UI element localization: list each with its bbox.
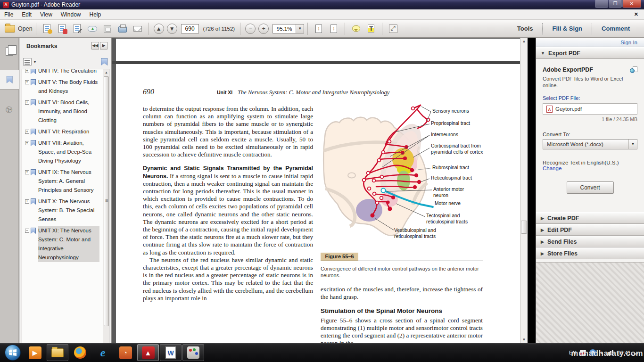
bookmark-item[interactable]: −UNIT XI: The Nervous System: C. Motor a… bbox=[24, 226, 99, 262]
collapse-panel-button[interactable]: ◀◀ bbox=[91, 42, 99, 49]
bookmark-item[interactable]: +UNIT VI: Blood Cells, Immunity, and Blo… bbox=[24, 98, 99, 125]
bookmark-label: UNIT XI: The Nervous System: C. Motor an… bbox=[38, 226, 99, 262]
page-down-button[interactable]: ▼ bbox=[167, 24, 177, 34]
scroll-down-icon[interactable]: ▼ bbox=[520, 336, 528, 343]
selected-file-box[interactable]: A Guyton.pdf bbox=[543, 103, 637, 115]
expand-icon[interactable]: + bbox=[25, 100, 29, 105]
taskbar-firefox[interactable] bbox=[69, 344, 91, 361]
fit-page-icon bbox=[330, 25, 337, 33]
online-service-icon bbox=[630, 66, 637, 73]
bookmarks-scrollbar[interactable]: ▲ ▼ bbox=[103, 69, 109, 362]
chevron-right-icon: ▶ bbox=[541, 216, 544, 221]
fullscreen-button[interactable] bbox=[388, 23, 399, 34]
highlight-button[interactable]: T bbox=[365, 23, 377, 34]
taskbar-adobe-reader[interactable]: ▲ bbox=[137, 344, 159, 361]
zoom-dropdown-icon[interactable]: ▼ bbox=[296, 25, 304, 33]
minimize-button[interactable]: — bbox=[595, 0, 608, 8]
zoom-in-button[interactable]: + bbox=[258, 24, 269, 34]
zoom-out-button[interactable]: − bbox=[245, 24, 256, 34]
tab-fill-sign[interactable]: Fill & Sign bbox=[542, 23, 592, 34]
cloud-upload-button[interactable] bbox=[87, 23, 98, 34]
taskbar-windows-explorer[interactable] bbox=[47, 344, 68, 361]
expand-icon[interactable]: + bbox=[25, 170, 29, 174]
bookmark-item[interactable]: +UNIT IX: The Nervous System: A. General… bbox=[24, 168, 99, 195]
page-number-input[interactable] bbox=[181, 24, 199, 33]
bookmarks-panel-button[interactable] bbox=[0, 70, 19, 90]
bookmarks-scroll-thumb[interactable] bbox=[104, 76, 109, 326]
panel-menu-button[interactable]: ▶ bbox=[100, 42, 107, 49]
print-button[interactable] bbox=[117, 23, 128, 34]
comment-bubble-button[interactable] bbox=[350, 23, 362, 34]
section-store-files[interactable]: ▶Store Files bbox=[536, 247, 644, 259]
restore-button[interactable]: ❐ bbox=[609, 0, 622, 8]
zoom-level-value[interactable]: 95.1% bbox=[273, 25, 296, 33]
right-text-column: excitation of the muscles and, therefore… bbox=[321, 286, 483, 343]
document-pane[interactable]: 690 Unit XI The Nervous System: C. Motor… bbox=[112, 38, 528, 343]
export-page-button[interactable] bbox=[41, 23, 53, 34]
taskbar-internet-explorer[interactable]: e bbox=[92, 344, 114, 361]
scroll-up-icon[interactable]: ▲ bbox=[103, 69, 109, 75]
menu-bar: File Edit View Window Help ✕ bbox=[0, 9, 644, 20]
menu-help[interactable]: Help bbox=[85, 10, 106, 19]
scroll-mode-button[interactable] bbox=[313, 23, 324, 34]
expand-icon[interactable]: + bbox=[25, 130, 29, 134]
section-create-pdf[interactable]: ▶Create PDF bbox=[536, 212, 644, 224]
scroll-up-icon[interactable]: ▲ bbox=[520, 38, 528, 45]
attachments-button[interactable]: ✇ bbox=[0, 100, 19, 120]
menu-window[interactable]: Window bbox=[57, 10, 85, 19]
internet-explorer-icon: e bbox=[100, 346, 106, 359]
bookmark-label: UNIT IX: The Nervous System: A. General … bbox=[38, 168, 99, 195]
new-bookmark-icon[interactable] bbox=[101, 58, 107, 66]
fit-page-button[interactable] bbox=[328, 23, 339, 34]
bookmark-options-icon[interactable] bbox=[23, 58, 32, 66]
bookmark-item[interactable]: +UNIT IV: The Circulation bbox=[24, 69, 99, 75]
bookmark-item[interactable]: +UNIT X: The Nervous System: B. The Spec… bbox=[24, 197, 99, 224]
expand-icon[interactable]: + bbox=[25, 141, 29, 145]
collapse-icon[interactable]: − bbox=[25, 229, 29, 233]
email-button[interactable] bbox=[132, 23, 143, 34]
export-pdf-header[interactable]: ▼ Export PDF bbox=[536, 47, 644, 59]
menubar-close-icon[interactable]: ✕ bbox=[634, 11, 638, 17]
convert-button[interactable]: Convert bbox=[567, 181, 614, 194]
section-send-files[interactable]: ▶Send Files bbox=[536, 236, 644, 247]
bookmark-item[interactable]: +UNIT VIII: Aviation, Space, and Deep-Se… bbox=[24, 139, 99, 165]
previous-page-bottom bbox=[116, 39, 520, 61]
figure-caption-bar: Figure 55–6 bbox=[321, 253, 483, 261]
taskbar-paint[interactable] bbox=[182, 344, 204, 361]
change-link[interactable]: Change bbox=[543, 165, 637, 171]
bookmark-icon bbox=[31, 169, 36, 175]
sign-in-link[interactable]: Sign In bbox=[620, 38, 637, 47]
paragraph: The neurons of the red nucleus have simi… bbox=[143, 256, 313, 302]
bookmark-options-dropdown-icon[interactable]: ▼ bbox=[33, 60, 37, 64]
sign-document-button[interactable] bbox=[72, 23, 83, 34]
start-button[interactable] bbox=[5, 345, 21, 361]
expand-icon[interactable]: + bbox=[25, 69, 29, 73]
bookmark-label: UNIT VII: Respiration bbox=[38, 127, 99, 136]
tab-comment[interactable]: Comment bbox=[592, 23, 639, 34]
figure-number-tag: Figure 55–6 bbox=[321, 253, 358, 261]
expand-icon[interactable]: + bbox=[25, 80, 29, 84]
section-edit-pdf[interactable]: ▶Edit PDF bbox=[536, 224, 644, 236]
convert-to-dropdown[interactable]: Microsoft Word (*.docx) ▼ bbox=[543, 139, 637, 149]
taskbar-powerpoint[interactable]: ◔ bbox=[115, 344, 136, 361]
taskbar-windows-media-player[interactable]: ▶ bbox=[24, 344, 46, 361]
tab-tools[interactable]: Tools bbox=[508, 23, 543, 34]
page-thumbnails-button[interactable] bbox=[0, 41, 19, 61]
expand-icon[interactable]: + bbox=[25, 199, 29, 204]
chevron-right-icon: ▶ bbox=[541, 239, 544, 244]
menu-view[interactable]: View bbox=[36, 10, 57, 19]
bookmark-icon bbox=[31, 99, 36, 106]
page-up-button[interactable]: ▲ bbox=[154, 24, 164, 34]
menu-edit[interactable]: Edit bbox=[17, 10, 36, 19]
document-scroll-thumb[interactable] bbox=[521, 221, 527, 234]
bookmark-item[interactable]: +UNIT V: The Body Fluids and Kidneys bbox=[24, 78, 99, 96]
open-button[interactable]: Open bbox=[5, 25, 33, 33]
page-thumbnails-icon bbox=[6, 47, 13, 56]
taskbar-word[interactable]: W bbox=[160, 344, 182, 361]
create-page-button[interactable] bbox=[57, 23, 68, 34]
menu-file[interactable]: File bbox=[0, 10, 17, 19]
bookmark-item[interactable]: +UNIT VII: Respiration bbox=[24, 127, 99, 136]
save-button[interactable] bbox=[102, 23, 113, 34]
document-scrollbar[interactable]: ▲ ▼ bbox=[520, 38, 528, 343]
close-button[interactable]: ✕ bbox=[622, 0, 641, 8]
